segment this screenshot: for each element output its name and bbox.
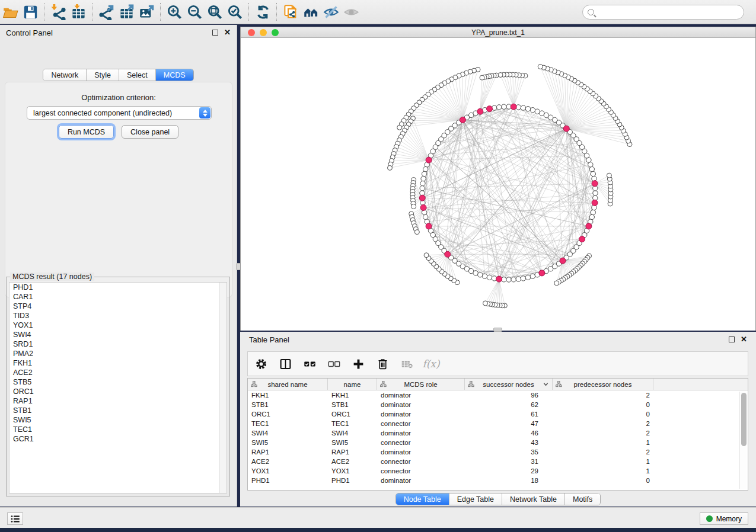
refresh-icon[interactable] (253, 2, 273, 21)
mcds-result-item[interactable]: TID3 (9, 311, 227, 321)
optimization-criterion-select[interactable]: largest connected component (undirected) (27, 106, 212, 120)
mcds-result-item[interactable]: GCR1 (9, 434, 227, 444)
show-columns-icon[interactable] (278, 357, 292, 371)
mcds-result-item[interactable]: FKH1 (9, 358, 227, 368)
close-panel-button[interactable]: Close panel (122, 125, 178, 139)
network-graph-canvas[interactable] (241, 38, 755, 331)
mcds-hub-node[interactable] (426, 157, 432, 163)
cell-successor_nodes: 62 (465, 401, 553, 408)
zoom-in-icon[interactable] (164, 2, 184, 21)
mcds-hub-node[interactable] (477, 108, 483, 114)
table-header-row: shared namenameMCDS rolesuccessor nodesp… (248, 379, 748, 390)
column-header-shared-name[interactable]: shared name (248, 379, 328, 390)
zoom-fit-icon[interactable] (205, 2, 225, 21)
mcds-result-item[interactable]: ACE2 (9, 368, 227, 377)
horizontal-splitter-handle[interactable] (493, 328, 502, 332)
mcds-hub-node[interactable] (460, 117, 465, 123)
mcds-hub-node[interactable] (563, 126, 569, 132)
new-network-from-selection-icon[interactable] (280, 2, 301, 21)
table-row[interactable]: SWI5SWI5connector431 (248, 438, 748, 447)
cell-shared_name: FKH1 (248, 392, 328, 399)
mcds-list-scrollbar[interactable] (219, 283, 227, 493)
first-neighbors-icon[interactable] (301, 2, 321, 21)
close-panel-icon[interactable]: ✕ (224, 30, 231, 36)
mcds-hub-node[interactable] (419, 195, 425, 201)
table-panel-tab-motifs[interactable]: Motifs (565, 493, 600, 505)
table-panel-tab-edge-table[interactable]: Edge Table (449, 493, 502, 505)
mcds-hub-node[interactable] (592, 181, 598, 187)
mcds-hub-node[interactable] (539, 270, 545, 276)
mcds-hub-node[interactable] (487, 106, 493, 112)
control-panel-tab-network[interactable]: Network (43, 69, 87, 81)
table-settings-gear-icon[interactable] (254, 357, 268, 371)
close-table-panel-icon[interactable]: ✕ (741, 336, 747, 342)
mcds-hub-node[interactable] (560, 258, 566, 264)
mcds-result-item[interactable]: SWI4 (9, 330, 227, 339)
control-panel-tab-select[interactable]: Select (119, 69, 156, 81)
mcds-result-item[interactable]: SWI5 (9, 415, 227, 425)
mcds-hub-node[interactable] (579, 236, 585, 242)
float-table-panel-icon[interactable] (729, 336, 735, 342)
mcds-hub-node[interactable] (511, 104, 516, 110)
column-header-successor-nodes[interactable]: successor nodes (465, 379, 553, 390)
table-panel-tab-node-table[interactable]: Node Table (396, 493, 449, 505)
hide-selected-icon[interactable] (321, 2, 341, 21)
control-panel-tab-mcds[interactable]: MCDS (156, 69, 193, 81)
control-panel-tab-style[interactable]: Style (87, 69, 119, 81)
zoom-out-icon[interactable] (184, 2, 205, 21)
mcds-result-item[interactable]: PHD1 (9, 283, 227, 292)
import-table-icon[interactable] (68, 2, 88, 21)
mcds-result-item[interactable]: ORC1 (9, 387, 227, 396)
mcds-result-item[interactable]: STB1 (9, 406, 227, 415)
table-panel-tab-network-table[interactable]: Network Table (502, 493, 565, 505)
run-mcds-button[interactable]: Run MCDS (59, 125, 114, 139)
select-all-rows-icon[interactable] (302, 357, 317, 371)
mcds-result-item[interactable]: RAP1 (9, 396, 227, 406)
network-window-titlebar[interactable]: YPA_prune.txt_1 (241, 27, 755, 38)
table-row[interactable]: RAP1RAP1dominator352 (248, 447, 748, 457)
mcds-hub-node[interactable] (426, 223, 432, 229)
mcds-result-item[interactable]: STB5 (9, 377, 227, 387)
table-row[interactable]: STB1STB1dominator620 (248, 400, 748, 409)
export-network-icon[interactable] (96, 2, 116, 21)
search-field[interactable] (582, 5, 744, 20)
mcds-result-item[interactable]: TEC1 (9, 425, 227, 434)
export-image-icon[interactable] (136, 2, 157, 21)
table-scrollbar[interactable] (739, 392, 747, 489)
column-header-name[interactable]: name (328, 379, 377, 390)
table-row[interactable]: ACE2ACE2connector311 (248, 457, 748, 466)
mcds-hub-node[interactable] (445, 251, 451, 257)
mcds-hub-node[interactable] (496, 276, 502, 282)
mcds-result-item[interactable]: YOX1 (9, 321, 227, 330)
node-table[interactable]: shared namenameMCDS rolesuccessor nodesp… (247, 378, 748, 491)
deselect-all-rows-icon[interactable] (327, 357, 341, 371)
add-column-icon[interactable] (351, 357, 365, 371)
mcds-result-item[interactable]: PMA2 (9, 349, 227, 358)
save-session-icon[interactable] (20, 2, 40, 21)
mcds-result-item[interactable]: CAR1 (9, 292, 227, 302)
table-row[interactable]: ORC1ORC1dominator610 (248, 409, 748, 419)
export-table-icon[interactable] (116, 2, 136, 21)
mcds-result-item[interactable]: STP4 (9, 302, 227, 311)
mcds-hub-node[interactable] (592, 200, 598, 206)
mcds-result-list[interactable]: PHD1CAR1STP4TID3YOX1SWI4SRD1PMA2FKH1ACE2… (9, 282, 227, 493)
table-row[interactable]: TEC1TEC1connector472 (248, 419, 748, 428)
zoom-selected-icon[interactable] (225, 2, 245, 21)
task-history-button[interactable] (7, 512, 23, 525)
mcds-hub-node[interactable] (420, 204, 426, 210)
delete-column-icon[interactable] (375, 357, 390, 371)
table-row[interactable]: PHD1PHD1dominator180 (248, 476, 748, 485)
memory-status-button[interactable]: Memory (700, 512, 748, 525)
mcds-hub-node[interactable] (586, 223, 592, 229)
float-panel-icon[interactable] (212, 30, 218, 36)
search-input[interactable] (594, 8, 744, 17)
open-file-icon[interactable] (0, 2, 20, 21)
mcds-result-item[interactable]: SRD1 (9, 339, 227, 349)
import-network-icon[interactable] (48, 2, 68, 21)
column-header-MCDS-role[interactable]: MCDS role (377, 379, 465, 390)
table-row[interactable]: FKH1FKH1dominator962 (248, 390, 748, 400)
table-row[interactable]: SWI4SWI4dominator462 (248, 428, 748, 438)
column-header-predecessor-nodes[interactable]: predecessor nodes (553, 379, 653, 390)
table-scrollbar-thumb[interactable] (741, 393, 747, 446)
table-row[interactable]: YOX1YOX1connector291 (248, 466, 748, 476)
